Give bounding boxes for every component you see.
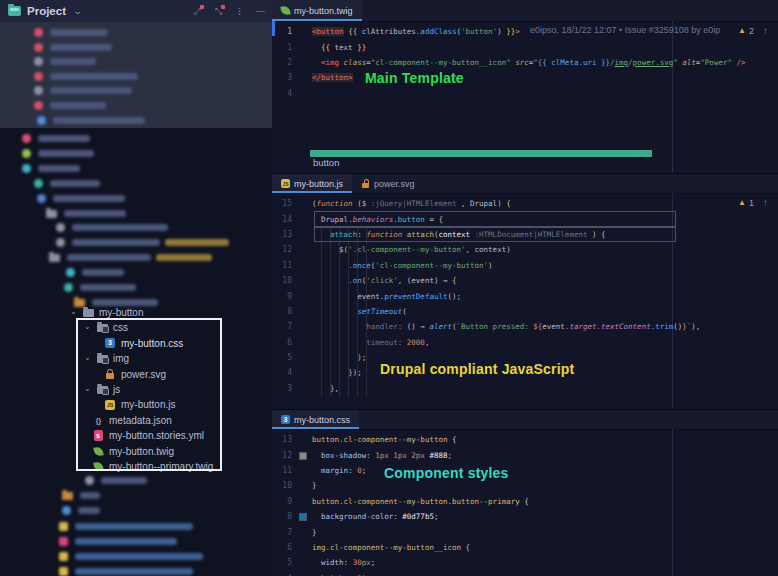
code-line[interactable]: 12 box-shadow: 1px 1px 2px #888; — [272, 447, 778, 462]
line-number: 8 — [272, 307, 292, 316]
code-line[interactable]: 8 setTimeout( — [272, 304, 778, 319]
code-line[interactable]: 6img.cl-component--my-button__icon { — [272, 540, 778, 555]
code-line[interactable]: 10} — [272, 478, 778, 493]
code-text: Drupal.behaviors.button = { — [312, 215, 443, 224]
code-text: setTimeout( — [312, 307, 407, 316]
line-number: 15 — [272, 199, 292, 208]
color-swatch[interactable] — [299, 513, 307, 521]
active-pane-indicator — [272, 21, 275, 36]
annotation-highlight-box — [76, 318, 222, 471]
project-panel-title[interactable]: Project — [27, 5, 66, 17]
code-text: box-shadow: 1px 1px 2px #888; — [312, 451, 452, 460]
code-line[interactable]: 3</button> — [272, 70, 778, 85]
code-text: <img class="cl-component--my-button__ico… — [312, 58, 746, 67]
line-number: 3 — [272, 384, 292, 393]
code-text: width: 30px; — [312, 558, 375, 567]
css-icon: 3 — [281, 415, 290, 424]
line-number: 1 — [272, 27, 292, 36]
editor-area: my-button.twig 1<button {{ clAttributes.… — [272, 0, 778, 576]
code-line[interactable]: 4 — [272, 86, 778, 101]
highlight-bar — [310, 150, 652, 157]
line-number: 3 — [272, 73, 292, 82]
folder-icon — [82, 307, 94, 319]
code-area[interactable]: 13button.cl-component--my-button {12 box… — [272, 429, 778, 576]
tab-my-button.css[interactable]: 3my-button.css — [272, 410, 359, 429]
color-swatch[interactable] — [299, 452, 307, 460]
line-number: 9 — [272, 497, 292, 506]
navigate-up-icon[interactable]: ↑ — [763, 25, 768, 36]
annotation-label: Drupal compliant JavaScript — [380, 361, 574, 377]
code-text: attach: function attach(context :HTMLDoc… — [312, 230, 606, 239]
code-text: {{ text }} — [312, 43, 366, 52]
tab-my-button.js[interactable]: JSmy-button.js — [272, 174, 352, 193]
tree-item-label: my-button — [99, 307, 143, 318]
git-blame-annotation: e0ipso, 18/1/22 12:07 • Issue #3259108 b… — [530, 25, 720, 35]
warning-count: 2 — [749, 26, 754, 36]
line-number: 10 — [272, 276, 292, 285]
code-line[interactable]: 9 event.preventDefault(); — [272, 288, 778, 303]
line-number: 4 — [272, 368, 292, 377]
code-line[interactable]: 6 timeout: 2000, — [272, 335, 778, 350]
code-line[interactable]: 5 width: 30px; — [272, 555, 778, 570]
tab-power.svg[interactable]: power.svg — [352, 174, 424, 193]
line-number: 4 — [272, 89, 292, 98]
code-text: event.preventDefault(); — [312, 292, 461, 301]
code-line[interactable]: 3 }, — [272, 381, 778, 396]
code-line[interactable]: 13 attach: function attach(context :HTML… — [272, 227, 778, 242]
inspections-widget[interactable]: ▲1↑ — [738, 197, 768, 208]
code-line[interactable]: 2 <img class="cl-component--my-button__i… — [272, 55, 778, 70]
code-text: }, — [312, 384, 339, 393]
code-line[interactable]: 9button.cl-component--my-button.button--… — [272, 494, 778, 509]
code-text: ); — [312, 353, 366, 362]
code-text: .on('click', (event) ⇒ { — [312, 276, 457, 285]
code-line[interactable]: 11 .once('cl-component--my-button') — [272, 258, 778, 273]
code-line[interactable]: 12 $('.cl-component--my-button', context… — [272, 242, 778, 257]
lock-icon — [361, 179, 370, 188]
line-number: 12 — [272, 245, 292, 254]
inspections-widget[interactable]: ▲2↑ — [738, 25, 768, 36]
code-text: .once('cl-component--my-button') — [312, 261, 493, 270]
code-text: button.cl-component--my-button { — [312, 435, 457, 444]
tab-bar: 3my-button.css — [272, 410, 778, 430]
code-line[interactable]: 7} — [272, 524, 778, 539]
chevron-down-icon[interactable]: ⌄ — [70, 307, 82, 316]
line-number: 1 — [272, 43, 292, 52]
code-area[interactable]: 15(function ($ :jQuery|HTMLElement , Dru… — [272, 193, 778, 409]
more-options-icon[interactable]: ⋮ — [234, 6, 245, 17]
code-text: (function ($ :jQuery|HTMLElement , Drupa… — [312, 199, 511, 208]
code-line[interactable]: 1 {{ text }} — [272, 39, 778, 54]
code-line[interactable]: 13button.cl-component--my-button { — [272, 432, 778, 447]
code-line[interactable]: 14 Drupal.behaviors.button = { — [272, 211, 778, 226]
tab-my-button.twig[interactable]: my-button.twig — [272, 0, 362, 21]
code-line[interactable]: 8 background-color: #0d77b5; — [272, 509, 778, 524]
warning-triangle-icon: ▲ — [738, 198, 746, 207]
tab-bar: JSmy-button.jspower.svg — [272, 174, 778, 194]
line-number: 13 — [272, 230, 292, 239]
project-tree: ⌄my-button⌄css3my-button.css⌄imgpower.sv… — [0, 0, 272, 576]
line-number: 8 — [272, 512, 292, 521]
breadcrumb[interactable]: button — [313, 157, 339, 168]
code-text: } — [312, 528, 317, 537]
editor-pane-twig: my-button.twig 1<button {{ clAttributes.… — [272, 0, 778, 173]
code-line[interactable]: 4 height: 30px; — [272, 571, 778, 576]
chevron-down-icon[interactable]: ⌄ — [72, 6, 83, 16]
project-tool-icon — [8, 6, 21, 16]
code-text: handler: () ⇒ alert(`Button pressed: ${e… — [312, 322, 700, 331]
navigate-up-icon[interactable]: ↑ — [763, 197, 768, 208]
tab-label: my-button.js — [294, 179, 343, 189]
line-number: 6 — [272, 338, 292, 347]
hide-panel-icon[interactable]: — — [255, 6, 266, 17]
code-line[interactable]: 7 handler: () ⇒ alert(`Button pressed: $… — [272, 319, 778, 334]
code-line[interactable]: 10 .on('click', (event) ⇒ { — [272, 273, 778, 288]
code-line[interactable]: 15(function ($ :jQuery|HTMLElement , Dru… — [272, 196, 778, 211]
code-text: </button> — [312, 73, 353, 82]
annotation-label: Main Template — [365, 70, 464, 86]
code-line[interactable]: 11 margin: 0; — [272, 463, 778, 478]
code-text: $('.cl-component--my-button', context) — [312, 245, 511, 254]
code-text: button.cl-component--my-button.button--p… — [312, 497, 529, 506]
locate-file-icon[interactable]: ⤢ — [192, 6, 203, 17]
line-number: 7 — [272, 528, 292, 537]
code-text: margin: 0; — [312, 466, 366, 475]
collapse-all-icon[interactable]: ⤡ — [213, 6, 224, 17]
tab-label: power.svg — [374, 179, 415, 189]
